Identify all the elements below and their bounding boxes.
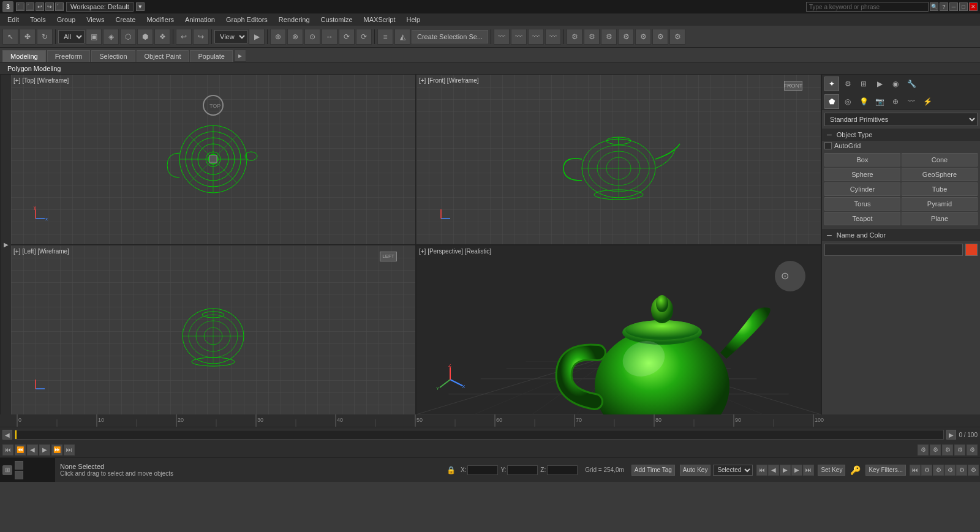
btn-pyramid[interactable]: Pyramid — [902, 197, 978, 211]
menu-maxscript[interactable]: MAXScript — [359, 15, 401, 24]
tool-curve4[interactable]: 〰 — [545, 29, 561, 45]
panel-geometry-icon[interactable]: ⬟ — [824, 94, 839, 109]
status-icon3[interactable] — [15, 471, 23, 479]
tool-curve3[interactable]: 〰 — [528, 29, 544, 45]
panel-icon-modify[interactable]: ⚙ — [840, 77, 855, 91]
tool-curve1[interactable]: 〰 — [494, 29, 510, 45]
tool-select6[interactable]: ❖ — [154, 29, 170, 45]
viewport-left[interactable]: [+] [Left] [Wireframe] LEFT — [11, 245, 415, 415]
btn-cone[interactable]: Cone — [902, 153, 978, 167]
selected-dropdown[interactable]: Selected — [713, 465, 753, 476]
tool-rotate[interactable]: ↻ — [37, 29, 53, 45]
tab-populate[interactable]: Populate — [190, 50, 232, 62]
z-input[interactable] — [547, 465, 578, 475]
set-key-btn[interactable]: Set Key — [818, 465, 845, 476]
tool-mat[interactable]: ◭ — [394, 29, 410, 45]
tool-misc1[interactable]: ⚙ — [567, 29, 582, 45]
extra-btn5[interactable]: ⚙ — [956, 465, 967, 476]
panel-lights-icon[interactable]: 💡 — [856, 94, 871, 109]
title-btn-3[interactable]: ↩ — [36, 2, 44, 11]
close-btn[interactable]: ✕ — [969, 2, 978, 11]
anim-misc4[interactable]: ⚙ — [954, 444, 965, 455]
anim-goto-end[interactable]: ⏭ — [64, 444, 75, 455]
autogrid-checkbox[interactable] — [824, 142, 832, 149]
tool-snap6[interactable]: ⟳ — [356, 29, 372, 45]
tab-object-paint[interactable]: Object Paint — [137, 50, 189, 62]
viewport-front[interactable]: [+] [Front] [Wireframe] — [417, 75, 821, 244]
key-filters-btn[interactable]: Key Filters... — [865, 465, 906, 476]
anim-prev-frame[interactable]: ⏪ — [15, 444, 26, 455]
extra-btn4[interactable]: ⚙ — [944, 465, 956, 476]
auto-key-btn[interactable]: Auto Key — [680, 465, 711, 476]
sub-tab-polygon[interactable]: Polygon Modeling — [2, 64, 66, 73]
tool-misc6[interactable]: ⚙ — [652, 29, 668, 45]
collapse-object-type[interactable]: ─ — [827, 131, 832, 138]
tool-snap1[interactable]: ⊕ — [270, 29, 286, 45]
extra-btn2[interactable]: ⚙ — [921, 465, 932, 476]
color-swatch[interactable] — [965, 244, 978, 256]
tool-curve2[interactable]: 〰 — [511, 29, 527, 45]
tab-freeform[interactable]: Freeform — [47, 50, 91, 62]
y-input[interactable] — [507, 465, 538, 475]
search-icon[interactable]: 🔍 — [930, 2, 938, 11]
anim-next-frame[interactable]: ⏩ — [51, 444, 62, 455]
tool-undo[interactable]: ↩ — [176, 29, 192, 45]
panel-icon-motion[interactable]: ▶ — [872, 77, 887, 91]
anim-play-back[interactable]: ◀ — [27, 444, 38, 455]
tool-render1[interactable]: ▶ — [249, 29, 265, 45]
timeline-bar[interactable] — [15, 430, 944, 440]
panel-systems-icon[interactable]: ⚡ — [920, 94, 935, 109]
btn-geosphere[interactable]: GeoSphere — [902, 168, 978, 181]
menu-group[interactable]: Group — [52, 15, 81, 24]
tool-select5[interactable]: ⬢ — [137, 29, 153, 45]
anim-misc5[interactable]: ⚙ — [967, 444, 978, 455]
tool-select3[interactable]: ◈ — [103, 29, 119, 45]
collapse-name-color[interactable]: ─ — [827, 231, 832, 239]
timeline-right[interactable]: ▶ — [946, 430, 956, 440]
title-btn-4[interactable]: ↪ — [45, 2, 54, 11]
btn-tube[interactable]: Tube — [902, 182, 978, 196]
viewport-top[interactable]: [+] [Top] [Wireframe] x y — [11, 75, 415, 244]
x-input[interactable] — [467, 465, 498, 475]
workspace-label[interactable]: Workspace: Default — [66, 2, 134, 12]
tool-snap4[interactable]: ↔ — [322, 29, 337, 45]
menu-edit[interactable]: Edit — [2, 15, 24, 24]
title-btn-5[interactable]: ⬛ — [55, 2, 64, 11]
add-time-tag-btn[interactable]: Add Time Tag — [631, 465, 675, 476]
help-icon[interactable]: ? — [940, 2, 948, 11]
tool-snap5[interactable]: ⟳ — [339, 29, 355, 45]
tool-redo[interactable]: ↪ — [193, 29, 209, 45]
pb-prev[interactable]: ◀ — [768, 465, 779, 476]
btn-cylinder[interactable]: Cylinder — [824, 182, 900, 196]
anim-misc2[interactable]: ⚙ — [930, 444, 941, 455]
menu-graph-editors[interactable]: Graph Editors — [221, 15, 273, 24]
pb-next[interactable]: ▶ — [791, 465, 802, 476]
timeline-left[interactable]: ◀ — [2, 430, 12, 440]
tool-select2[interactable]: ▣ — [86, 29, 102, 45]
anim-play[interactable]: ▶ — [39, 444, 50, 455]
tool-snap3[interactable]: ⊙ — [304, 29, 320, 45]
panel-cameras-icon[interactable]: 📷 — [872, 94, 887, 109]
menu-help[interactable]: Help — [402, 15, 426, 24]
menu-tools[interactable]: Tools — [25, 15, 51, 24]
panel-icon-utilities[interactable]: 🔧 — [904, 77, 919, 91]
btn-plane[interactable]: Plane — [902, 212, 978, 225]
extra-btn6[interactable]: ⚙ — [968, 465, 979, 476]
extra-btn1[interactable]: ⏮ — [910, 465, 921, 476]
panel-icon-hierarchy[interactable]: ⊞ — [856, 77, 871, 91]
menu-views[interactable]: Views — [81, 15, 109, 24]
btn-teapot[interactable]: Teapot — [824, 212, 900, 225]
side-tab[interactable]: ▶ — [0, 75, 11, 414]
selection-filter[interactable]: All — [58, 30, 85, 43]
create-selection-button[interactable]: Create Selection Se... — [412, 30, 488, 43]
menu-create[interactable]: Create — [110, 15, 140, 24]
title-btn-1[interactable]: ⬛ — [16, 2, 24, 11]
maximize-btn[interactable]: □ — [959, 2, 968, 11]
viewport-perspective[interactable]: [+] [Perspective] [Realistic] — [417, 245, 821, 415]
pb-end[interactable]: ⏭ — [803, 465, 814, 476]
anim-misc3[interactable]: ⚙ — [942, 444, 953, 455]
menu-rendering[interactable]: Rendering — [274, 15, 315, 24]
panel-icon-create[interactable]: ✦ — [824, 77, 839, 91]
pb-play[interactable]: ▶ — [780, 465, 791, 476]
tool-misc3[interactable]: ⚙ — [601, 29, 617, 45]
